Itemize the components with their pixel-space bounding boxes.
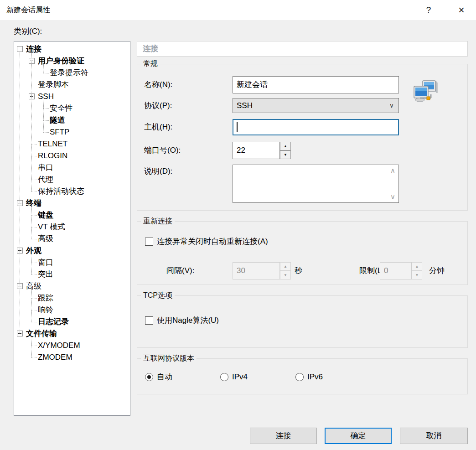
host-label: 主机(H): xyxy=(144,119,172,135)
tree-item-label: 用户身份验证 xyxy=(38,55,84,67)
tree-item-label: 高级 xyxy=(38,233,53,245)
interval-input: 30 xyxy=(233,262,280,279)
category-label: 类别(C): xyxy=(14,26,42,36)
tree-item-14[interactable]: 键盘 xyxy=(14,209,130,221)
tree-item-15[interactable]: VT 模式 xyxy=(14,221,130,233)
tree-item-label: 终端 xyxy=(26,197,41,209)
radio-ip-2-label: IPv6 xyxy=(307,371,323,383)
tree-item-4[interactable]: SSH xyxy=(14,91,130,103)
spin-down-button[interactable]: ▼ xyxy=(280,150,291,159)
limit-stepper: ▲ ▼ xyxy=(412,262,422,279)
tree-item-label: 隧道 xyxy=(50,114,65,126)
new-session-properties-dialog: 新建会话属性 ? × 类别(C): 连接用户身份验证登录提示符登录脚本SSH安全… xyxy=(0,0,476,450)
tree-item-3[interactable]: 登录脚本 xyxy=(14,79,130,91)
tree-connector xyxy=(31,322,37,322)
tree-item-16[interactable]: 高级 xyxy=(14,233,130,245)
tree-connector xyxy=(43,120,49,121)
tree-item-label: 键盘 xyxy=(38,209,53,221)
tree-connector xyxy=(31,346,37,346)
tree-item-label: 响铃 xyxy=(38,304,53,316)
collapse-icon[interactable] xyxy=(17,200,23,206)
help-icon[interactable]: ? xyxy=(419,0,439,20)
tree-item-8[interactable]: TELNET xyxy=(14,138,130,150)
tree-connector xyxy=(31,310,37,310)
collapse-icon[interactable] xyxy=(29,58,35,64)
ok-button[interactable]: 确定 xyxy=(325,428,392,444)
limit-unit: 分钟 xyxy=(429,262,445,279)
port-value: 22 xyxy=(237,142,245,159)
tree-item-18[interactable]: 窗口 xyxy=(14,257,130,269)
tree-item-19[interactable]: 突出 xyxy=(14,269,130,280)
spin-up-icon: ▲ xyxy=(412,263,422,270)
tree-connector xyxy=(31,156,37,156)
tree-connector xyxy=(31,144,37,145)
limit-value: 0 xyxy=(384,263,388,279)
tree-item-25[interactable]: X/YMODEM xyxy=(14,340,130,352)
category-tree[interactable]: 连接用户身份验证登录提示符登录脚本SSH安全性隧道SFTPTELNETRLOGI… xyxy=(14,41,130,416)
tree-connector xyxy=(31,191,37,192)
protocol-select[interactable]: SSH ∨ xyxy=(233,98,399,113)
radio-ip-0[interactable] xyxy=(145,373,153,381)
tree-item-13[interactable]: 终端 xyxy=(14,197,130,209)
host-input[interactable] xyxy=(233,119,399,135)
tree-item-10[interactable]: 串口 xyxy=(14,162,130,174)
tree-item-5[interactable]: 安全性 xyxy=(14,103,130,114)
auto-reconnect-label: 连接异常关闭时自动重新连接(A) xyxy=(157,236,268,248)
spin-up-icon: ▲ xyxy=(280,142,290,150)
collapse-icon[interactable] xyxy=(17,46,23,52)
auto-reconnect-checkbox[interactable] xyxy=(145,238,153,246)
tree-item-24[interactable]: 文件传输 xyxy=(14,328,130,340)
description-label: 说明(D): xyxy=(144,165,172,178)
tree-item-21[interactable]: 跟踪 xyxy=(14,292,130,304)
port-input[interactable]: 22 xyxy=(233,142,280,159)
group-general-title: 常规 xyxy=(141,59,160,69)
interval-stepper: ▲ ▼ xyxy=(280,262,291,279)
collapse-icon[interactable] xyxy=(17,331,23,336)
collapse-icon[interactable] xyxy=(17,283,23,289)
text-caret xyxy=(237,122,238,132)
close-icon[interactable]: × xyxy=(450,0,472,20)
tree-item-26[interactable]: ZMODEM xyxy=(14,352,130,363)
tree-connector xyxy=(31,85,37,85)
tree-item-12[interactable]: 保持活动状态 xyxy=(14,186,130,197)
page-title: 连接 xyxy=(143,41,158,56)
tree-connector xyxy=(31,357,37,358)
tree-item-1[interactable]: 用户身份验证 xyxy=(14,55,130,67)
connect-button[interactable]: 连接 xyxy=(250,428,317,444)
tree-item-label: TELNET xyxy=(38,138,67,150)
scroll-down-icon[interactable]: ∨ xyxy=(390,193,395,201)
tree-connector xyxy=(43,132,49,133)
spin-up-button[interactable]: ▲ xyxy=(280,142,291,150)
tree-item-label: 突出 xyxy=(38,269,53,280)
radio-ip-2[interactable] xyxy=(295,373,304,381)
tree-item-0[interactable]: 连接 xyxy=(14,43,130,55)
name-value: 新建会话 xyxy=(237,77,398,93)
protocol-value: SSH xyxy=(237,98,253,113)
collapse-icon[interactable] xyxy=(29,93,35,99)
minus-glyph xyxy=(18,250,21,251)
tree-item-11[interactable]: 代理 xyxy=(14,174,130,186)
radio-ip-1[interactable] xyxy=(220,373,228,381)
cancel-button[interactable]: 取消 xyxy=(400,428,468,444)
tree-connector xyxy=(31,274,37,275)
tree-item-23[interactable]: 日志记录 xyxy=(14,316,130,328)
tree-item-2[interactable]: 登录提示符 xyxy=(14,67,130,79)
description-textarea[interactable]: ∧ ∨ xyxy=(233,165,399,203)
tree-item-6[interactable]: 隧道 xyxy=(14,114,130,126)
interval-value: 30 xyxy=(237,263,245,279)
nagle-checkbox[interactable] xyxy=(145,316,153,325)
name-input[interactable]: 新建会话 xyxy=(233,76,399,93)
tree-item-label: SFTP xyxy=(50,126,69,138)
spin-down-icon: ▼ xyxy=(412,271,422,279)
tree-item-label: VT 模式 xyxy=(38,221,65,233)
tree-item-label: ZMODEM xyxy=(38,352,72,363)
tree-item-20[interactable]: 高级 xyxy=(14,280,130,292)
dialog-title: 新建会话属性 xyxy=(6,0,50,20)
scroll-up-icon[interactable]: ∧ xyxy=(390,166,395,175)
spin-up-button: ▲ xyxy=(280,262,291,271)
tree-item-7[interactable]: SFTP xyxy=(14,126,130,138)
collapse-icon[interactable] xyxy=(17,248,23,253)
tree-item-22[interactable]: 响铃 xyxy=(14,304,130,316)
tree-item-17[interactable]: 外观 xyxy=(14,245,130,257)
tree-item-9[interactable]: RLOGIN xyxy=(14,150,130,162)
